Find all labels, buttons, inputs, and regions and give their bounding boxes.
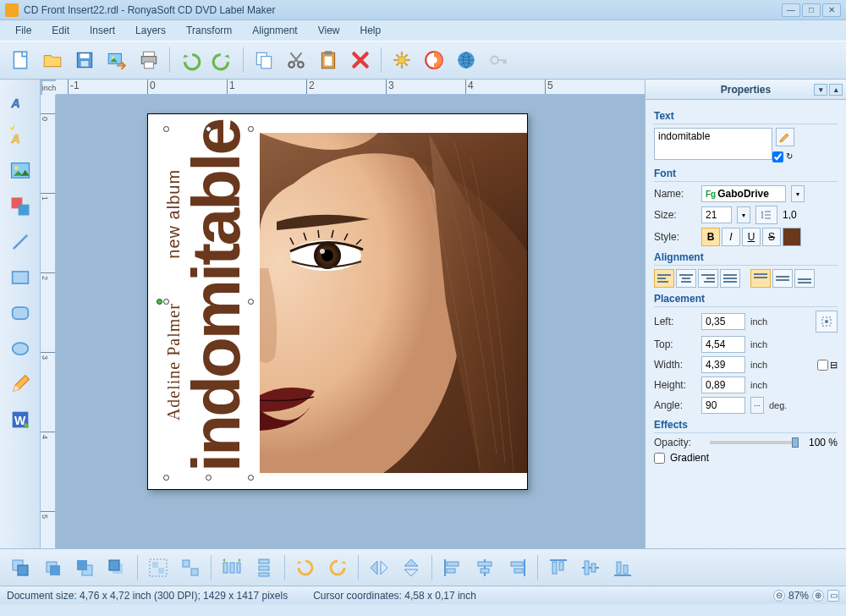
selection-handle[interactable] xyxy=(163,299,169,305)
align-middle-btn[interactable] xyxy=(575,553,606,583)
zoom-in-button[interactable]: ⊕ xyxy=(812,590,824,602)
menu-file[interactable]: File xyxy=(7,22,40,39)
selection-handle[interactable] xyxy=(248,126,254,132)
close-button[interactable]: ✕ xyxy=(822,3,841,17)
panel-collapse-button[interactable]: ▴ xyxy=(829,84,843,96)
panel-dropdown-button[interactable]: ▾ xyxy=(814,84,827,96)
new-button[interactable] xyxy=(5,45,36,75)
save-button[interactable] xyxy=(69,45,100,75)
line-spacing-button[interactable] xyxy=(755,206,777,224)
edit-text-button[interactable] xyxy=(776,128,794,146)
menu-edit[interactable]: Edit xyxy=(43,22,78,39)
word-tool[interactable]: W xyxy=(5,404,36,435)
ungroup-button[interactable] xyxy=(175,553,206,583)
left-input[interactable] xyxy=(701,313,745,330)
rotate-left-button[interactable] xyxy=(290,553,321,583)
minimize-button[interactable]: — xyxy=(782,3,800,17)
portrait-image[interactable] xyxy=(260,133,527,473)
menu-transform[interactable]: Transform xyxy=(178,22,240,39)
align-right-button[interactable] xyxy=(698,269,718,288)
align-justify-button[interactable] xyxy=(720,269,740,288)
settings-button[interactable] xyxy=(387,45,417,75)
valign-bottom-button[interactable] xyxy=(794,269,815,288)
open-button[interactable] xyxy=(37,45,68,75)
lock-aspect-check[interactable] xyxy=(817,360,828,371)
font-dropdown-button[interactable]: ▾ xyxy=(791,185,805,202)
underline-button[interactable]: U xyxy=(742,228,761,246)
distribute-h-button[interactable] xyxy=(217,553,247,583)
font-name-select[interactable]: FgGaboDrive xyxy=(701,185,786,202)
rotation-handle[interactable] xyxy=(157,299,162,305)
angle-input[interactable] xyxy=(701,397,745,414)
web-button[interactable] xyxy=(451,45,481,75)
canvas-area[interactable]: inch -1 0 1 2 3 4 5 0 1 2 3 4 5 xyxy=(41,80,645,548)
text-tool[interactable]: A xyxy=(5,85,36,115)
zoom-fit-button[interactable]: ▭ xyxy=(827,590,839,602)
align-center-button[interactable] xyxy=(676,269,696,288)
group-button[interactable] xyxy=(143,553,173,583)
selection-handle[interactable] xyxy=(248,475,254,481)
menu-layers[interactable]: Layers xyxy=(127,22,174,39)
rect-tool[interactable] xyxy=(5,262,36,293)
font-size-dropdown[interactable]: ▾ xyxy=(737,206,750,223)
width-input[interactable] xyxy=(701,356,745,373)
cut-button[interactable] xyxy=(281,45,311,75)
zoom-out-button[interactable]: ⊖ xyxy=(773,590,785,602)
align-right-btn[interactable] xyxy=(502,553,532,583)
distribute-v-button[interactable] xyxy=(249,553,279,583)
menu-alignment[interactable]: Alignment xyxy=(244,22,305,39)
strike-button[interactable]: S xyxy=(762,228,781,246)
bring-front-button[interactable] xyxy=(102,553,132,583)
rotate-right-button[interactable] xyxy=(322,553,353,583)
flip-v-button[interactable] xyxy=(396,553,426,583)
key-button[interactable] xyxy=(483,45,514,75)
undo-button[interactable] xyxy=(175,45,206,75)
maximize-button[interactable]: □ xyxy=(802,3,821,17)
menu-insert[interactable]: Insert xyxy=(81,22,124,39)
align-center-h-btn[interactable] xyxy=(470,553,500,583)
canvas[interactable]: Adeline Palmer new album indomitable xyxy=(56,95,645,548)
copy-button[interactable] xyxy=(249,45,279,75)
menu-view[interactable]: View xyxy=(310,22,349,39)
paste-button[interactable] xyxy=(313,45,343,75)
valign-middle-button[interactable] xyxy=(772,269,793,288)
selection-handle[interactable] xyxy=(248,299,254,305)
italic-button[interactable]: I xyxy=(722,228,740,246)
flip-h-button[interactable] xyxy=(364,553,394,583)
clipart-tool[interactable] xyxy=(5,191,36,222)
selection-handle[interactable] xyxy=(163,126,169,132)
align-left-button[interactable] xyxy=(654,269,674,288)
opacity-slider[interactable] xyxy=(710,441,799,444)
fit-button[interactable] xyxy=(816,311,838,333)
pencil-tool[interactable] xyxy=(5,369,36,399)
valign-top-button[interactable] xyxy=(750,269,771,288)
redo-button[interactable] xyxy=(207,45,238,75)
line-tool[interactable] xyxy=(5,227,36,257)
menu-help[interactable]: Help xyxy=(351,22,389,39)
bold-button[interactable]: B xyxy=(701,228,720,246)
image-tool[interactable] xyxy=(5,156,36,186)
print-button[interactable] xyxy=(134,45,164,75)
selection-handle[interactable] xyxy=(163,475,169,481)
text-value-input[interactable]: indomitable xyxy=(654,128,772,160)
gradient-check[interactable] xyxy=(654,453,665,464)
label-canvas[interactable]: Adeline Palmer new album indomitable xyxy=(147,113,528,490)
height-input[interactable] xyxy=(701,377,745,393)
send-backward-button[interactable] xyxy=(37,553,68,583)
ellipse-tool[interactable] xyxy=(5,333,36,364)
align-left-btn[interactable] xyxy=(437,553,468,583)
align-top-btn[interactable] xyxy=(543,553,574,583)
delete-button[interactable] xyxy=(345,45,376,75)
send-back-button[interactable] xyxy=(5,553,36,583)
top-input[interactable] xyxy=(701,336,745,353)
align-bottom-btn[interactable] xyxy=(607,553,638,583)
title-text-object[interactable]: indomitable xyxy=(179,111,255,481)
selection-handle[interactable] xyxy=(206,126,212,132)
text-check-1[interactable] xyxy=(772,151,783,162)
angle-preset-button[interactable]: ⋯ xyxy=(750,397,764,414)
font-color-swatch[interactable] xyxy=(783,228,801,246)
styled-text-tool[interactable]: A xyxy=(5,120,36,151)
font-size-input[interactable] xyxy=(701,206,732,223)
roundrect-tool[interactable] xyxy=(5,298,36,328)
export-image-button[interactable] xyxy=(102,45,132,75)
